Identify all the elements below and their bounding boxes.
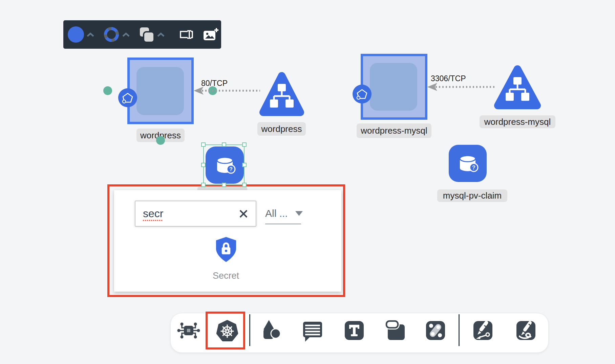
- clear-search-icon[interactable]: [239, 209, 248, 219]
- pen-arrow-icon: [471, 318, 495, 343]
- node-label-wordpress-service[interactable]: wordpress: [257, 122, 306, 136]
- deployment-badge: [353, 85, 372, 104]
- selection-handle-nw[interactable]: [201, 142, 206, 147]
- edge-wordpress-mysql-service[interactable]: [427, 82, 496, 92]
- pod-pentagon-icon: [122, 92, 134, 104]
- tool-kubernetes[interactable]: [215, 318, 239, 343]
- tool-connector[interactable]: [423, 318, 448, 343]
- chevron-down-icon: [295, 211, 303, 216]
- selection-handle-ne[interactable]: [242, 142, 247, 147]
- style-toolbar: [63, 20, 221, 49]
- tool-text[interactable]: [342, 318, 366, 343]
- node-deployment-wordpress[interactable]: [127, 58, 194, 124]
- freehand-pencil-icon: [514, 318, 538, 343]
- node-label-mysql-pv-claim[interactable]: mysql-pv-claim: [437, 189, 507, 202]
- deployment-inner-shape: [136, 67, 184, 115]
- pod-pentagon-icon: [356, 88, 368, 100]
- tool-frame[interactable]: [384, 318, 408, 343]
- tool-infrastructure[interactable]: [176, 318, 201, 343]
- search-panel: secr All ... Secret: [114, 190, 341, 292]
- edge-label-port: 80/TCP: [201, 79, 228, 88]
- node-deployment-wordpress-mysql[interactable]: [361, 54, 427, 120]
- deployment-inner-shape: [370, 63, 417, 111]
- chevron-up-icon[interactable]: [157, 32, 165, 37]
- chevron-up-icon[interactable]: [122, 32, 130, 37]
- search-input-value[interactable]: secr: [143, 207, 239, 220]
- tool-pen-arrow[interactable]: [471, 318, 495, 343]
- diagram-canvas[interactable]: wordpress 80/TCP wordpress wor: [0, 0, 615, 364]
- connection-handle-dot[interactable]: [156, 136, 165, 145]
- comment-icon: [300, 318, 325, 343]
- search-result-label: Secret: [213, 271, 239, 281]
- selection-box: [203, 144, 245, 185]
- database-claim-icon: ?: [455, 151, 480, 176]
- deployment-badge: [118, 88, 137, 107]
- tool-comment[interactable]: [300, 318, 325, 343]
- selection-handle-sw[interactable]: [201, 183, 206, 187]
- kind-filter-dropdown[interactable]: All ...: [265, 208, 303, 219]
- tool-shapes[interactable]: [259, 318, 283, 343]
- node-service-wordpress-mysql[interactable]: [494, 64, 541, 110]
- svg-text:?: ?: [472, 165, 475, 170]
- selection-handle-se[interactable]: [242, 183, 247, 187]
- kubernetes-helm-icon: [215, 318, 239, 343]
- frame-icon: [384, 318, 408, 343]
- copy-style-icon: [139, 27, 154, 42]
- search-input[interactable]: secr: [135, 201, 256, 227]
- selection-handle-e[interactable]: [242, 163, 247, 167]
- connector-chain-icon: [423, 318, 448, 343]
- add-image-icon: [203, 27, 218, 42]
- search-result-secret[interactable]: Secret: [200, 236, 251, 281]
- connection-handle-dot[interactable]: [103, 86, 112, 95]
- dropdown-underline: [265, 224, 301, 224]
- selection-handle-s[interactable]: [222, 183, 226, 187]
- node-label-wordpress-mysql-service[interactable]: wordpress-mysql: [480, 115, 555, 128]
- text-icon: [342, 318, 366, 343]
- infrastructure-chip-icon: [176, 318, 201, 343]
- tool-freehand[interactable]: [514, 318, 538, 343]
- node-label-wordpress-mysql-deployment[interactable]: wordpress-mysql: [357, 123, 431, 138]
- fill-color-swatch-icon: [68, 26, 84, 43]
- dock-divider: [249, 314, 250, 346]
- stroke-style-swatch-icon: [103, 26, 120, 43]
- secret-shield-lock-icon: [214, 236, 238, 263]
- edge-label-port: 3306/TCP: [431, 74, 466, 83]
- node-pvc-mysql[interactable]: ?: [449, 145, 487, 182]
- add-image-button[interactable]: [198, 20, 223, 49]
- selection-handle-n[interactable]: [222, 142, 226, 147]
- copy-style-button[interactable]: [134, 20, 169, 49]
- selection-handle-w[interactable]: [201, 163, 206, 167]
- dock-divider: [459, 314, 460, 346]
- tool-dock: [170, 313, 549, 353]
- node-service-wordpress[interactable]: [259, 71, 304, 117]
- stroke-style-button[interactable]: [99, 20, 134, 49]
- chevron-up-icon[interactable]: [86, 32, 94, 37]
- shapes-icon: [259, 318, 283, 343]
- rename-button[interactable]: [175, 20, 198, 49]
- kind-filter-value: All ...: [265, 208, 288, 219]
- rename-text-cursor-icon: [179, 28, 194, 41]
- fill-color-button[interactable]: [63, 20, 99, 49]
